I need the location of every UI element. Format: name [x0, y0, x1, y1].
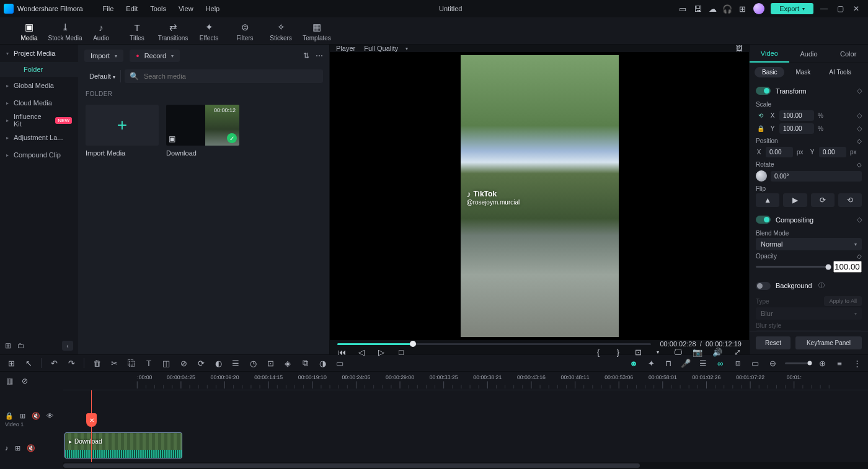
mixer-icon[interactable]: ☰: [698, 359, 708, 368]
quality-dropdown[interactable]: Full Quality▾: [364, 45, 408, 52]
timeline-clip[interactable]: ▸Download: [64, 432, 182, 458]
blend-mode-select[interactable]: Normal▾: [756, 238, 862, 250]
select-tool-icon[interactable]: ↖: [24, 359, 33, 368]
mode-titles[interactable]: TTitles: [119, 22, 155, 44]
window-close[interactable]: ✕: [848, 4, 864, 13]
mode-templates[interactable]: ▦Templates: [299, 22, 335, 44]
mode-audio[interactable]: ♪Audio: [83, 22, 119, 44]
mic-icon[interactable]: 🎤: [681, 359, 691, 368]
background-toggle[interactable]: [756, 282, 771, 290]
audio-target-icon[interactable]: ⊞: [15, 444, 20, 452]
stop-button[interactable]: □: [396, 348, 407, 357]
flip-vertical-button[interactable]: ▶: [783, 193, 807, 207]
more-icon[interactable]: ⋯: [316, 51, 323, 60]
keyframe-icon[interactable]: ◇: [857, 125, 862, 133]
pos-y-input[interactable]: [819, 147, 846, 157]
keyframe-panel-button[interactable]: Keyframe Panel: [795, 336, 862, 349]
audio-lock-icon[interactable]: ♪: [5, 444, 9, 452]
menu-edit[interactable]: Edit: [120, 5, 144, 12]
keyframe-icon[interactable]: ◇: [857, 161, 862, 168]
flip-horizontal-button[interactable]: ▲: [756, 193, 779, 207]
search-box[interactable]: 🔍: [125, 69, 323, 83]
keyframe-icon[interactable]: ◇: [857, 253, 862, 260]
rotate-knob[interactable]: [756, 170, 767, 182]
subtab-mask[interactable]: Mask: [788, 67, 818, 77]
user-avatar[interactable]: [753, 3, 764, 14]
marker-tool-icon[interactable]: ✦: [646, 359, 656, 368]
search-input[interactable]: [144, 72, 318, 80]
timeline-menu-icon[interactable]: ⋮: [852, 359, 862, 368]
opacity-slider[interactable]: [756, 266, 828, 268]
subtab-ai-tools[interactable]: AI Tools: [822, 67, 858, 77]
lock-icon[interactable]: 🔒: [756, 125, 766, 132]
keyframe-tool-icon[interactable]: ◈: [283, 359, 293, 368]
sidebar-item-influence-kit[interactable]: ▸Influence KitNEW: [0, 112, 78, 129]
track-focus-icon[interactable]: ⊡: [265, 359, 275, 368]
split-icon[interactable]: ✂: [109, 359, 119, 368]
window-minimize[interactable]: —: [816, 4, 832, 13]
keyframe-icon[interactable]: ◇: [857, 112, 862, 120]
new-bin-icon[interactable]: ⊞: [5, 341, 11, 350]
tab-audio[interactable]: Audio: [789, 45, 829, 63]
timeline-ruler[interactable]: :00:0000:00:04:2500:00:09:2000:00:14:150…: [63, 372, 868, 390]
mask-tool-icon[interactable]: ◑: [317, 359, 327, 368]
mode-stickers[interactable]: ✧Stickers: [263, 22, 299, 44]
mark-out-button[interactable]: }: [613, 348, 624, 357]
mark-in-button[interactable]: {: [593, 348, 604, 357]
mode-filters[interactable]: ⊜Filters: [227, 22, 263, 44]
apply-to-all-button[interactable]: Apply to All: [824, 296, 862, 306]
keyframe-icon[interactable]: ◇: [857, 216, 862, 224]
collapse-sidebar-icon[interactable]: ‹: [62, 341, 73, 351]
keyframe-icon[interactable]: ◇: [857, 138, 862, 144]
redo-icon[interactable]: ↷: [66, 359, 76, 368]
timeline-tracks[interactable]: ✕ ▸Download: [63, 390, 868, 462]
default-sort[interactable]: Default ▾: [84, 70, 121, 82]
track-lock-icon[interactable]: 🔒: [5, 412, 14, 420]
headphones-icon[interactable]: 🎧: [720, 1, 735, 16]
sidebar-item-adjustment-layer[interactable]: ▸Adjustment La...: [0, 129, 78, 146]
volume-icon[interactable]: 🔊: [712, 348, 723, 357]
layout-icon[interactable]: ⊞: [6, 359, 16, 368]
sidebar-item-project-media[interactable]: ▾Project Media: [0, 45, 78, 62]
track-mute-icon[interactable]: 🔇: [32, 412, 40, 420]
mode-transitions[interactable]: ⇄Transitions: [155, 22, 191, 44]
voice-icon[interactable]: ⊓: [663, 359, 673, 368]
snap-icon[interactable]: ⧈: [733, 358, 743, 368]
play-button[interactable]: ▷: [376, 348, 387, 357]
zoom-fit-icon[interactable]: ≡: [835, 359, 844, 368]
subtab-basic[interactable]: Basic: [755, 67, 784, 77]
cloud-icon[interactable]: ☁: [705, 1, 720, 16]
record-dropdown[interactable]: ●Record▾: [130, 50, 180, 62]
crop-icon[interactable]: ⿻: [126, 359, 136, 368]
export-button[interactable]: Export▾: [771, 3, 813, 14]
tab-color[interactable]: Color: [828, 45, 868, 63]
new-folder-icon[interactable]: 🗀: [17, 341, 25, 350]
scrub-handle[interactable]: [410, 341, 416, 347]
zoom-out-icon[interactable]: ⊖: [768, 359, 777, 368]
menu-view[interactable]: View: [172, 5, 200, 12]
media-tile-download[interactable]: ▣ 00:00:12 ✓ Download: [166, 105, 239, 157]
import-media-tile[interactable]: + Import Media: [86, 105, 159, 157]
prev-frame-button[interactable]: ⏮: [336, 348, 347, 357]
timeline-scrollbar[interactable]: [63, 462, 868, 469]
reset-button[interactable]: Reset: [756, 336, 790, 349]
group-icon[interactable]: ⧉: [300, 358, 310, 368]
menu-help[interactable]: Help: [200, 5, 226, 12]
zoom-slider[interactable]: [785, 362, 810, 364]
snapshot-settings-icon[interactable]: 🖼: [736, 45, 743, 52]
import-dropdown[interactable]: Import▾: [84, 50, 123, 62]
display-icon[interactable]: 🖵: [672, 348, 683, 357]
track-visible-icon[interactable]: 👁: [46, 412, 53, 419]
playhead-handle[interactable]: ✕: [86, 413, 97, 427]
ratio-icon[interactable]: ⊡: [632, 348, 644, 357]
zoom-in-icon[interactable]: ⊕: [817, 359, 827, 368]
window-maximize[interactable]: ▢: [832, 4, 848, 13]
rotate-cw-button[interactable]: ⟳: [811, 193, 835, 207]
sidebar-sub-folder[interactable]: Folder: [0, 62, 78, 77]
keyframe-icon[interactable]: ◇: [857, 87, 862, 95]
scale-x-input[interactable]: [779, 110, 814, 121]
link-tracks-icon[interactable]: ⊘: [22, 377, 28, 385]
menu-tools[interactable]: Tools: [144, 5, 172, 12]
undo-icon[interactable]: ↶: [49, 359, 59, 368]
playhead[interactable]: ✕: [91, 390, 92, 462]
